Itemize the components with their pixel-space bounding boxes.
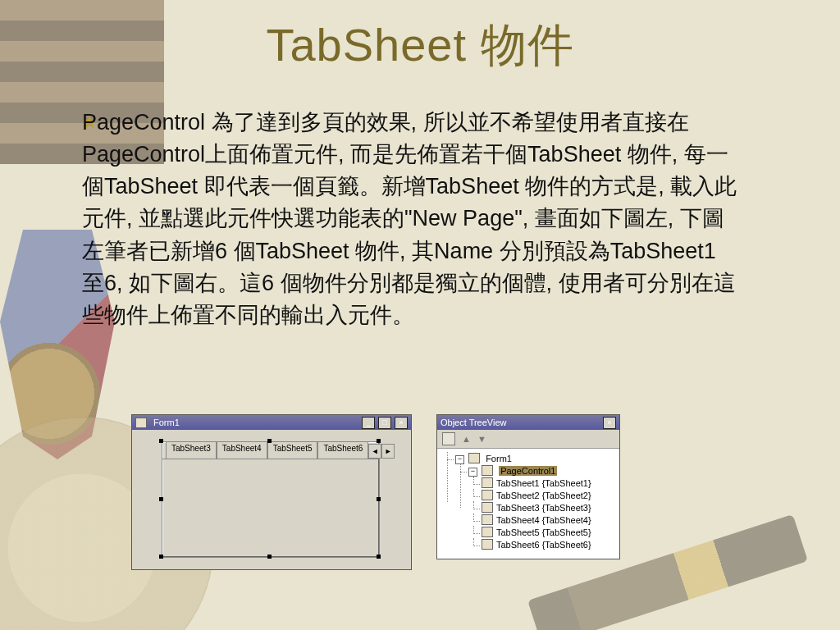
tabsheet-icon — [482, 490, 493, 500]
close-button[interactable]: × — [395, 417, 408, 429]
treeview-titlebar[interactable]: Object TreeView × — [437, 415, 619, 430]
close-button[interactable]: × — [603, 417, 616, 429]
tree-node-tabsheet[interactable]: TabSheet6 {TabSheet6} — [482, 538, 614, 550]
tree-label-selected: PageControl1 — [499, 466, 557, 476]
tabsheet-icon — [482, 502, 493, 513]
tab-strip: TabSheet3 TabSheet4 TabSheet5 TabSheet6 … — [162, 442, 379, 459]
arrow-up-icon[interactable]: ▲ — [462, 434, 471, 444]
toolbar-icon[interactable] — [442, 432, 455, 445]
tabsheet-icon — [482, 477, 493, 488]
tab-scroll-right-icon[interactable]: ► — [381, 444, 395, 459]
resize-handle[interactable] — [377, 439, 381, 443]
resize-handle[interactable] — [267, 555, 272, 559]
form-icon — [468, 453, 480, 463]
form-title: Form1 — [153, 418, 180, 427]
tree-label: TabSheet5 {TabSheet5} — [496, 527, 591, 537]
tree-body: − Form1 − PageControl1 TabSheet1 {TabShe… — [437, 449, 619, 559]
tab-item[interactable]: TabSheet4 — [217, 441, 267, 459]
tree-node-pagecontrol[interactable]: − PageControl1 TabSheet1 {TabSheet1} Tab… — [468, 464, 614, 551]
slide-title: TabSheet 物件 — [0, 15, 840, 77]
tree-label: TabSheet4 {TabSheet4} — [496, 515, 591, 525]
form-designer-window: Form1 _ □ × TabSheet3 TabSheet4 TabSheet… — [131, 414, 412, 570]
slide: TabSheet 物件 PageControl 為了達到多頁的效果, 所以並不希… — [0, 0, 840, 630]
tree-label: TabSheet3 {TabSheet3} — [496, 503, 591, 513]
tree-label: TabSheet2 {TabSheet2} — [496, 491, 591, 500]
minimize-button[interactable]: _ — [362, 417, 375, 429]
tab-scroll-left-icon[interactable]: ◄ — [368, 444, 381, 459]
tabsheet-icon — [482, 514, 493, 525]
tab-item[interactable]: TabSheet6 — [317, 441, 368, 459]
collapse-icon[interactable]: − — [468, 468, 477, 477]
tree-label: Form1 — [486, 454, 512, 463]
tab-item[interactable]: TabSheet3 — [166, 441, 217, 459]
tree-node-tabsheet[interactable]: TabSheet4 {TabSheet4} — [482, 514, 614, 526]
object-treeview-window: Object TreeView × ▲ ▼ − Form1 — [436, 414, 620, 559]
body-paragraph: PageControl 為了達到多頁的效果, 所以並不希望使用者直接在PageC… — [82, 107, 738, 331]
collapse-icon[interactable]: − — [455, 455, 464, 464]
tree-node-root[interactable]: − Form1 − PageControl1 TabSheet1 {TabShe… — [455, 452, 614, 552]
tree-node-tabsheet[interactable]: TabSheet2 {TabSheet2} — [482, 489, 614, 501]
resize-handle[interactable] — [377, 555, 381, 559]
app-icon — [135, 418, 147, 428]
form-canvas[interactable]: TabSheet3 TabSheet4 TabSheet5 TabSheet6 … — [132, 430, 411, 569]
component-icon — [482, 465, 493, 476]
resize-handle[interactable] — [159, 497, 163, 501]
tree-label: TabSheet6 {TabSheet6} — [496, 540, 591, 550]
form-titlebar[interactable]: Form1 _ □ × — [132, 415, 411, 430]
resize-handle[interactable] — [267, 439, 272, 443]
resize-handle[interactable] — [377, 497, 381, 501]
tabsheet-icon — [482, 539, 493, 550]
tabsheet-icon — [482, 527, 493, 537]
tree-label: TabSheet1 {TabSheet1} — [496, 478, 591, 488]
figures-row: Form1 _ □ × TabSheet3 TabSheet4 TabSheet… — [131, 414, 620, 570]
tree-node-tabsheet[interactable]: TabSheet5 {TabSheet5} — [482, 526, 614, 538]
resize-handle[interactable] — [159, 555, 163, 559]
tree-node-tabsheet[interactable]: TabSheet3 {TabSheet3} — [482, 501, 614, 514]
tab-scroll: ◄ ► — [368, 444, 395, 459]
tab-item[interactable]: TabSheet5 — [267, 441, 318, 459]
body-text: PageControl 為了達到多頁的效果, 所以並不希望使用者直接在PageC… — [82, 107, 738, 331]
resize-handle[interactable] — [159, 439, 163, 443]
treeview-toolbar: ▲ ▼ — [437, 430, 619, 449]
page-control[interactable]: TabSheet3 TabSheet4 TabSheet5 TabSheet6 … — [162, 441, 380, 558]
arrow-down-icon[interactable]: ▼ — [477, 434, 486, 444]
treeview-title: Object TreeView — [441, 418, 507, 427]
tree-node-tabsheet[interactable]: TabSheet1 {TabSheet1} — [482, 477, 614, 489]
maximize-button[interactable]: □ — [378, 417, 391, 429]
